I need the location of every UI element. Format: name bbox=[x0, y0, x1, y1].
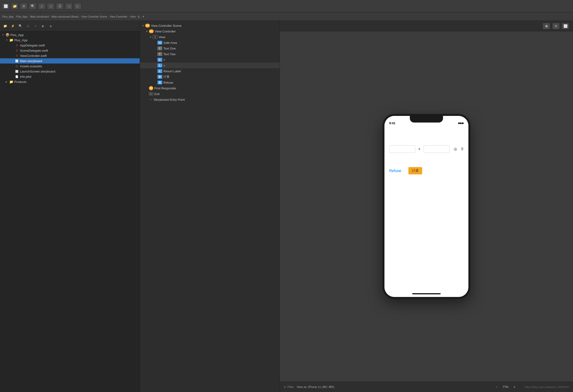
toolbar-btn-list[interactable]: ☰ bbox=[56, 3, 64, 9]
calc-buttons-row: Refuse 计算 bbox=[389, 167, 464, 174]
folder-icon-products: 📁 bbox=[9, 80, 13, 84]
calc-input-1[interactable] bbox=[389, 145, 415, 153]
nav-folder-icon[interactable]: 📁 bbox=[2, 23, 9, 29]
equals-label-icon: L bbox=[158, 64, 162, 67]
breadcrumb-l[interactable]: L bbox=[138, 15, 140, 18]
scene-item-storyboard-entry[interactable]: → Storyboard Entry Point bbox=[140, 97, 280, 102]
toolbar-btn-settings[interactable]: ⚙ bbox=[20, 3, 28, 9]
file-label-products: Products bbox=[14, 80, 26, 84]
swift-icon-appdelegate: S bbox=[15, 43, 19, 47]
breadcrumb-plus-app-2[interactable]: Plus_App bbox=[16, 15, 27, 18]
scene-item-resurt-label[interactable]: L Resurt Label bbox=[140, 68, 280, 74]
scene-item-first-responder[interactable]: FR First Responder bbox=[140, 85, 280, 91]
storyboard-icon-main: ⬜ bbox=[15, 59, 19, 63]
file-label-plus-app-group: Plus_App bbox=[14, 38, 28, 42]
resurt-label-icon: L bbox=[158, 69, 162, 73]
toolbar-btn-back[interactable]: ◁ bbox=[65, 3, 72, 9]
scene-tree: ▼ VC View Controller Scene ▼ VC View Con… bbox=[140, 21, 280, 392]
file-label-viewcontroller: ViewController.swift bbox=[20, 54, 47, 58]
canvas-content[interactable]: → 9:41 ■■■ + ⊕ bbox=[280, 31, 573, 382]
toolbar-btn-forward[interactable]: ▷ bbox=[74, 3, 82, 9]
filter-icon: ⊙ bbox=[284, 385, 286, 389]
breadcrumb-sep-5: › bbox=[108, 15, 109, 18]
file-tree-item-appdelegate[interactable]: S AppDelegate.swift bbox=[0, 43, 140, 48]
file-label-appdelegate: AppDelegate.swift bbox=[20, 44, 45, 47]
file-tree-item-viewcontroller[interactable]: S ViewController.swift bbox=[0, 53, 140, 58]
scene-item-equals-label[interactable]: L = bbox=[140, 63, 280, 68]
scene-item-exit[interactable]: Ex Exit bbox=[140, 91, 280, 97]
scene-tree-content: ▼ VC View Controller Scene ▼ VC View Con… bbox=[140, 21, 280, 392]
zoom-plus-btn[interactable]: + bbox=[512, 385, 517, 389]
scene-label-equals: = bbox=[163, 64, 165, 67]
home-bar-indicator bbox=[412, 293, 441, 294]
filter-label: Filter bbox=[287, 385, 294, 389]
nav-tests-icon[interactable]: ✓ bbox=[32, 23, 39, 29]
iphone-home-bar bbox=[384, 290, 468, 297]
breadcrumb-equals[interactable]: = bbox=[143, 15, 144, 18]
nav-debug-icon[interactable]: ▶ bbox=[40, 23, 47, 29]
canvas-tool-gear[interactable]: ⚙ bbox=[552, 23, 560, 29]
nav-source-icon[interactable]: ⚡ bbox=[9, 23, 16, 29]
toolbar-btn-folder[interactable]: 📁 bbox=[11, 3, 18, 9]
file-label-infoplist: Info.plist bbox=[20, 75, 31, 78]
scene-expand-vc2: ▼ bbox=[146, 30, 148, 33]
breadcrumb-main-storyboard[interactable]: Main.storyboard bbox=[30, 15, 49, 18]
toolbar-btn-warning[interactable]: ⚠ bbox=[38, 3, 46, 9]
nav-breakpoints-icon[interactable]: ◈ bbox=[47, 23, 54, 29]
breadcrumb-sep-1: › bbox=[15, 15, 15, 18]
file-tree-item-launchscreen[interactable]: ⬜ LaunchScreen.storyboard bbox=[0, 69, 140, 74]
scene-item-view[interactable]: ▼ V View bbox=[140, 34, 280, 40]
file-tree-item-products[interactable]: ▶ 📁 Products bbox=[0, 79, 140, 84]
file-tree-item-scenedelegate[interactable]: S SceneDelegate.swift bbox=[0, 48, 140, 53]
assets-icon: ⬡ bbox=[15, 64, 19, 68]
calc-input-row: + ⊕ 0 bbox=[389, 145, 464, 153]
toolbar-btn-search[interactable]: 🔍 bbox=[29, 3, 36, 9]
calc-input-2[interactable] bbox=[424, 145, 450, 153]
scene-label-vc: View Controller bbox=[155, 30, 176, 33]
file-tree-item-assets[interactable]: ⬡ Assets.xcassets bbox=[0, 64, 140, 69]
calc-button[interactable]: 计算 bbox=[408, 167, 422, 174]
scene-label-storyboard-entry: Storyboard Entry Point bbox=[154, 98, 185, 102]
zoom-minus-btn[interactable]: − bbox=[494, 385, 500, 389]
scene-item-vc[interactable]: ▼ VC View Controller bbox=[140, 28, 280, 34]
storyboard-icon-launch: ⬜ bbox=[15, 69, 19, 73]
canvas-tool-square[interactable]: ⬜ bbox=[562, 23, 569, 29]
breadcrumb-vc-scene[interactable]: View Controller Scene bbox=[81, 15, 107, 18]
scene-item-text-two[interactable]: F Text Two bbox=[140, 51, 280, 57]
refuse-btn-icon: B bbox=[158, 81, 162, 84]
nav-search-icon[interactable]: 🔍 bbox=[17, 23, 24, 29]
breadcrumb-vc[interactable]: View Controller bbox=[110, 15, 127, 18]
file-label-scenedelegate: SceneDelegate.swift bbox=[20, 49, 48, 52]
scene-item-calc-btn[interactable]: B 计算 bbox=[140, 74, 280, 80]
tree-arrow-products: ▶ bbox=[6, 81, 9, 83]
canvas-tool-record[interactable]: ⏺ bbox=[543, 23, 550, 29]
refuse-button[interactable]: Refuse bbox=[389, 169, 401, 173]
scene-item-vc-scene[interactable]: ▼ VC View Controller Scene bbox=[140, 23, 280, 28]
breadcrumb-main-storyboard-base[interactable]: Main.storyboard (Base) bbox=[52, 15, 78, 18]
scene-label-text-one: Text One bbox=[163, 47, 176, 50]
exit-icon: Ex bbox=[149, 92, 153, 96]
file-tree-item-infoplist[interactable]: 📄 Info.plist bbox=[0, 74, 140, 79]
tree-arrow-plus-app-root: ▼ bbox=[2, 34, 5, 36]
toolbar-btn-stop[interactable]: ⬜ bbox=[2, 3, 9, 9]
iphone-mockup: 9:41 ■■■ + ⊕ 0 bbox=[383, 114, 470, 299]
file-tree-item-plus-app-group[interactable]: ▼ 📁 Plus_App bbox=[0, 37, 140, 43]
breadcrumb-view[interactable]: View bbox=[130, 15, 136, 18]
text-one-icon: F bbox=[158, 47, 162, 50]
breadcrumb-plus-app-1[interactable]: Plus_App bbox=[2, 15, 14, 18]
scene-item-safe-area[interactable]: SA Safe Area bbox=[140, 40, 280, 46]
scene-item-refuse-btn[interactable]: B Refuse bbox=[140, 80, 280, 85]
scene-label-plus: + bbox=[163, 58, 165, 62]
file-tree-item-mainstoryboard[interactable]: ⬜ Main.storyboard bbox=[0, 58, 140, 64]
file-label-launchscreen: LaunchScreen.storyboard bbox=[20, 70, 55, 73]
canvas-toolbar: ⏺ ⚙ ⬜ bbox=[280, 21, 573, 31]
scene-item-text-one[interactable]: F Text One bbox=[140, 46, 280, 51]
toolbar-btn-diamond[interactable]: ◇ bbox=[47, 3, 54, 9]
breadcrumb-sep-2: › bbox=[28, 15, 29, 18]
calc-crosshair-symbol: ⊕ bbox=[453, 146, 458, 152]
scene-label-text-two: Text Two bbox=[163, 52, 176, 56]
scene-item-plus-label[interactable]: L + bbox=[140, 57, 280, 63]
nav-issues-icon[interactable]: ⚠ bbox=[25, 23, 31, 29]
breadcrumb-sep-7: › bbox=[137, 15, 137, 18]
file-tree-item-plus-app-root[interactable]: ▼ 📦 Plus_App bbox=[0, 32, 140, 37]
